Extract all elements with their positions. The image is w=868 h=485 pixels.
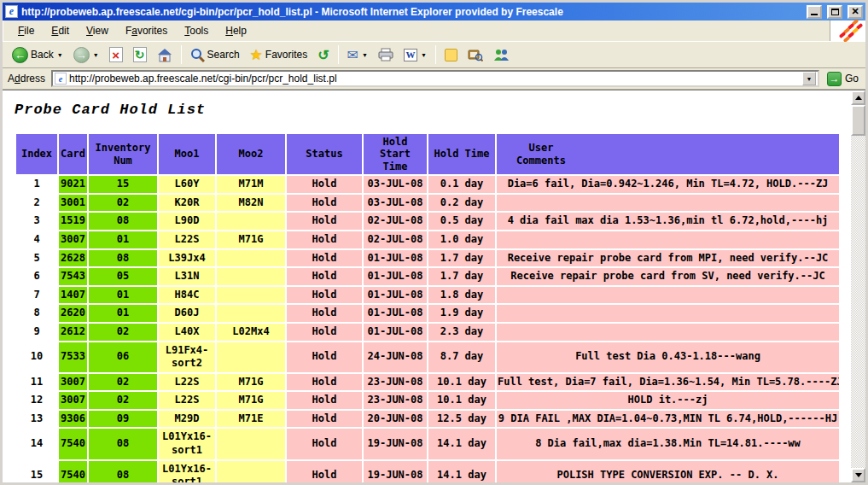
cell-status: Hold xyxy=(287,195,362,212)
notes-button[interactable] xyxy=(440,46,462,64)
menu-favorites[interactable]: Favorites xyxy=(118,22,175,39)
cell-moo2 xyxy=(217,305,285,322)
cell-moo1: L40X xyxy=(159,324,215,341)
header-moo1: Moo1 xyxy=(159,134,215,174)
scrollbar-thumb[interactable] xyxy=(851,105,865,136)
toolbar-separator xyxy=(338,45,339,64)
home-button[interactable] xyxy=(153,45,177,65)
cell-moo1: D60J xyxy=(159,305,215,322)
word-dropdown-icon[interactable]: ▼ xyxy=(421,52,427,58)
cell-moo2 xyxy=(217,461,285,482)
menu-view[interactable]: View xyxy=(79,22,116,39)
menu-file[interactable]: File xyxy=(10,22,42,39)
table-row: 2300102K20RM82NHold03-JUL-080.2 day xyxy=(16,195,839,212)
go-arrow-icon: → xyxy=(827,72,842,86)
stop-icon: × xyxy=(109,47,123,62)
print-icon xyxy=(378,48,393,61)
header-index: Index xyxy=(16,134,57,174)
cell-card: 1519 xyxy=(59,213,87,230)
cell-inventory-num: 08 xyxy=(89,213,157,230)
cell-hold-time: 1.0 day xyxy=(428,231,495,248)
research-button[interactable] xyxy=(463,45,487,64)
menu-edit[interactable]: Edit xyxy=(44,22,77,39)
messenger-icon xyxy=(493,48,509,61)
cell-hold-start-time: 01-JUL-08 xyxy=(364,250,427,267)
cell-hold-time: 14.1 day xyxy=(428,429,495,459)
cell-card: 1407 xyxy=(59,287,87,304)
page-ie-icon: e xyxy=(55,73,67,85)
cell-moo2: M71G xyxy=(217,374,285,391)
cell-user-comments xyxy=(497,305,839,322)
cell-user-comments: 4 dia fail max dia 1.53~1.36,min tl 6.72… xyxy=(497,213,839,230)
close-button[interactable]: ✕ xyxy=(848,5,863,19)
cell-moo1: K20R xyxy=(159,195,215,212)
header-hold-time: Hold Time xyxy=(428,134,495,174)
toolbar: ← Back ▼ → ▼ × ↻ Search xyxy=(3,42,865,68)
cell-status: Hold xyxy=(287,176,362,193)
refresh-button[interactable]: ↻ xyxy=(129,44,151,65)
close-icon: ✕ xyxy=(851,7,859,16)
address-value: http://probeweb.ap.freescale.net/cgi-bin… xyxy=(69,73,800,85)
cell-hold-time: 0.5 day xyxy=(428,213,495,230)
table-row: 7140701H84CHold01-JUL-081.8 day xyxy=(16,287,839,304)
menu-tools[interactable]: Tools xyxy=(177,22,216,39)
cell-hold-start-time: 01-JUL-08 xyxy=(364,268,427,285)
go-button[interactable]: → Go xyxy=(824,71,862,87)
forward-button[interactable]: → ▼ xyxy=(69,44,103,66)
mail-button[interactable]: ✉ ▼ xyxy=(343,44,372,66)
cell-moo1: L31N xyxy=(159,268,215,285)
cell-index: 8 xyxy=(16,305,57,322)
print-button[interactable] xyxy=(374,45,398,64)
home-icon xyxy=(157,48,172,62)
cell-index: 5 xyxy=(16,250,57,267)
cell-index: 11 xyxy=(16,374,57,391)
cell-index: 3 xyxy=(16,213,57,230)
maximize-button[interactable] xyxy=(827,5,842,19)
cell-moo1: L01Yx16-sort1 xyxy=(159,461,215,482)
forward-dropdown-icon[interactable]: ▼ xyxy=(93,52,99,58)
refresh-icon: ↻ xyxy=(133,47,147,62)
history-button[interactable]: ↺ xyxy=(313,44,333,66)
browser-viewport: Probe Card Hold List Index Card Inventor… xyxy=(3,90,865,482)
scroll-down-button[interactable] xyxy=(851,468,865,482)
cell-moo2: M71G xyxy=(217,392,285,409)
cell-card: 3007 xyxy=(59,374,87,391)
table-row: 1902115L60YM71MHold03-JUL-080.1 dayDia=6… xyxy=(16,176,839,193)
back-button[interactable]: ← Back ▼ xyxy=(8,44,67,66)
cell-moo1: L90D xyxy=(159,213,215,230)
cell-index: 14 xyxy=(16,429,57,459)
cell-status: Hold xyxy=(287,305,362,322)
stop-button[interactable]: × xyxy=(105,44,127,65)
search-label: Search xyxy=(207,49,240,61)
cell-moo2 xyxy=(217,287,285,304)
scroll-up-button[interactable] xyxy=(851,91,865,105)
messenger-button[interactable] xyxy=(489,45,513,64)
back-dropdown-icon[interactable]: ▼ xyxy=(57,52,63,58)
cell-index: 13 xyxy=(16,411,57,428)
search-button[interactable]: Search xyxy=(186,45,244,65)
cell-card: 7540 xyxy=(59,461,87,482)
cell-hold-start-time: 01-JUL-08 xyxy=(364,287,427,304)
toolbar-separator xyxy=(181,45,182,64)
address-input[interactable]: e http://probeweb.ap.freescale.net/cgi-b… xyxy=(51,70,819,87)
cell-index: 15 xyxy=(16,461,57,482)
cell-card: 3001 xyxy=(59,195,87,212)
cell-card: 3007 xyxy=(59,231,87,248)
header-card: Card xyxy=(59,134,87,174)
cell-moo2 xyxy=(217,342,285,372)
cell-card: 9306 xyxy=(59,411,87,428)
cell-moo1: L22S xyxy=(159,231,215,248)
address-dropdown-button[interactable]: ▼ xyxy=(802,72,816,85)
minimize-icon xyxy=(811,9,818,15)
cell-card: 2612 xyxy=(59,324,87,341)
favorites-button[interactable]: ★ Favorites xyxy=(246,44,312,67)
cell-inventory-num: 08 xyxy=(89,250,157,267)
edit-with-word-button[interactable]: W ▼ xyxy=(399,46,431,64)
mail-dropdown-icon[interactable]: ▼ xyxy=(362,52,368,58)
menu-help[interactable]: Help xyxy=(218,22,254,39)
vertical-scrollbar[interactable] xyxy=(851,91,865,482)
cell-status: Hold xyxy=(287,374,362,391)
cell-moo2 xyxy=(217,429,285,459)
minimize-button[interactable] xyxy=(807,5,822,19)
cell-inventory-num: 01 xyxy=(89,287,157,304)
